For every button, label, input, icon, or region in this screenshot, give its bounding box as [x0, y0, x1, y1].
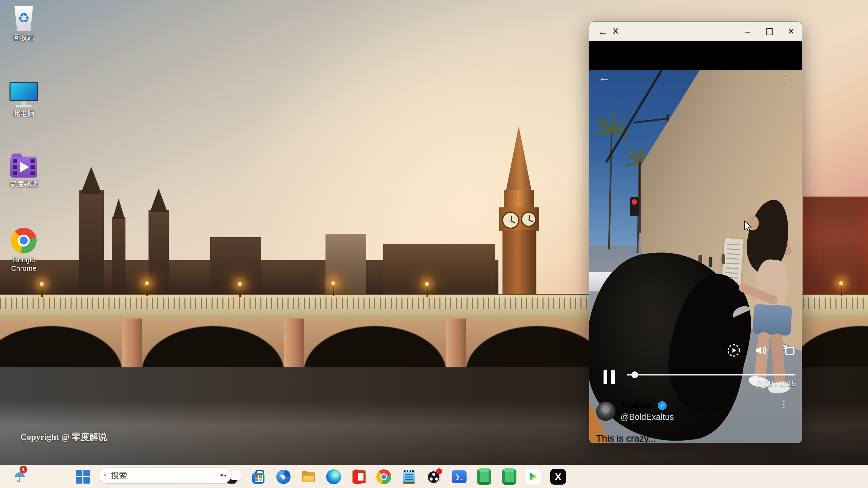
lamp-post — [333, 286, 334, 296]
recording-dot — [436, 468, 442, 474]
search-icon — [104, 471, 107, 480]
taskbar-app-x[interactable]: X — [550, 469, 566, 485]
skyline-block — [210, 237, 261, 296]
skyline-block — [383, 244, 495, 296]
skyline-building — [326, 234, 366, 296]
skyline-spire — [113, 199, 125, 219]
file-explorer-icon — [300, 469, 317, 485]
bridge-pier — [446, 319, 466, 368]
lamp-post — [841, 286, 842, 296]
taskbar-app-edge[interactable] — [326, 469, 342, 485]
big-ben-spire — [501, 126, 536, 194]
desktop-icon-label: 零度视频 — [3, 180, 44, 188]
x-app-content: ← ⋮ — [589, 41, 802, 443]
skyline-tower — [149, 210, 169, 296]
video-time: 0:00 / 0:15 — [757, 379, 796, 388]
close-button[interactable]: ✕ — [780, 22, 802, 41]
tweet-text: This is crazy... — [596, 433, 656, 443]
this-pc-icon — [9, 82, 38, 101]
edge-icon — [326, 469, 341, 484]
verified-badge-icon: ✓ — [658, 401, 667, 410]
desktop-icon-google-chrome[interactable]: Google Chrome — [3, 228, 44, 272]
taskbar-app-google-play[interactable] — [525, 469, 541, 485]
clock-face — [502, 211, 519, 229]
taskbar-app-green-2[interactable] — [501, 469, 517, 485]
desktop-icon-recycle-bin[interactable]: ♻ 回收站 — [3, 6, 44, 42]
green-app-icon — [477, 469, 491, 484]
video-back-button[interactable]: ← — [598, 70, 610, 85]
x-app-window: ← X – ✕ — [589, 22, 802, 443]
bridge-lamp — [331, 281, 335, 285]
minimize-button[interactable]: – — [737, 22, 758, 41]
pause-button[interactable] — [604, 370, 616, 384]
green-app-icon — [502, 469, 516, 484]
notepad-icon — [401, 469, 417, 485]
big-ben-belfry — [504, 190, 534, 209]
taskbar-app-thunderbird[interactable] — [275, 469, 292, 485]
play-triangle-icon — [20, 162, 29, 172]
tweet-more-button[interactable]: ⋮ — [779, 399, 789, 410]
office-icon — [351, 469, 366, 484]
bridge-lamp — [40, 282, 44, 286]
bridge-pier — [122, 319, 142, 368]
taskbar-app-chrome[interactable] — [376, 469, 392, 485]
lamp-post — [41, 287, 43, 297]
recycle-bin-icon: ♻ — [13, 6, 34, 31]
taskbar-search-box[interactable] — [99, 468, 231, 483]
desktop-icon-label: 此电脑 — [3, 109, 44, 118]
woman-denim-shorts — [753, 304, 792, 336]
obs-icon — [426, 469, 442, 485]
bridge-lamp — [238, 282, 242, 286]
remembrance-poppy-helmet-icon — [220, 469, 226, 482]
pedestrian — [722, 254, 725, 264]
google-play-icon — [525, 469, 541, 485]
taskbar-app-microsoft-store[interactable] — [250, 469, 267, 485]
filmstrip-holes — [13, 159, 17, 175]
desktop-icon-this-pc[interactable]: 此电脑 — [3, 82, 44, 118]
avatar[interactable] — [596, 402, 615, 421]
bridge-lamp — [839, 281, 843, 285]
x-icon: X — [550, 469, 566, 485]
taskbar-app-notepad[interactable] — [401, 469, 417, 485]
powershell-icon: ❯_ — [452, 470, 467, 483]
skyline-red-building — [803, 197, 868, 296]
video-folder-icon — [10, 157, 37, 178]
monitor-stand — [21, 101, 26, 105]
volume-button[interactable] — [753, 343, 768, 358]
chrome-icon — [376, 469, 391, 484]
wallpaper-copyright-text: Copyright @ 零度解说 — [20, 431, 107, 443]
bridge-pier — [284, 319, 304, 368]
lamp-post — [239, 287, 241, 297]
mouse-cursor — [743, 220, 753, 235]
pip-button[interactable] — [781, 343, 796, 358]
start-button[interactable] — [75, 469, 91, 485]
window-titlebar: ← X – ✕ — [589, 22, 802, 41]
tweet-author-handle[interactable]: @BoldExaltus — [620, 412, 674, 422]
taskbar-app-file-explorer[interactable] — [300, 469, 317, 485]
pedestrian — [709, 257, 712, 267]
video-more-button[interactable]: ⋮ — [781, 72, 791, 84]
playback-speed-button[interactable] — [726, 343, 741, 358]
microsoft-store-icon — [250, 469, 267, 485]
desktop-icon-label: 回收站 — [3, 33, 44, 42]
recycle-symbol-icon: ♻ — [13, 10, 34, 26]
bridge-lamp — [145, 281, 149, 285]
desktop-icon-video-folder[interactable]: 零度视频 — [3, 157, 44, 188]
seek-bar[interactable] — [627, 374, 795, 375]
window-title: X — [613, 27, 618, 36]
maximize-button[interactable] — [758, 22, 780, 41]
chrome-icon — [11, 228, 37, 253]
taskbar-app-obs[interactable] — [426, 469, 442, 485]
search-input[interactable] — [110, 470, 217, 481]
seek-thumb[interactable] — [631, 371, 638, 378]
wall-corner-edge — [639, 162, 641, 233]
filmstrip-holes — [31, 159, 35, 175]
titlebar-back-button[interactable]: ← — [595, 22, 611, 41]
big-ben-clock-box — [499, 207, 539, 231]
taskbar-app-office[interactable] — [351, 469, 367, 485]
monitor-base — [16, 105, 32, 107]
taskbar-app-powershell[interactable]: ❯_ — [451, 469, 467, 485]
video-player[interactable]: ← ⋮ — [589, 70, 802, 443]
taskbar-app-green-1[interactable] — [476, 469, 492, 485]
tweet-author-name[interactable]: Exaltus — [620, 400, 653, 410]
